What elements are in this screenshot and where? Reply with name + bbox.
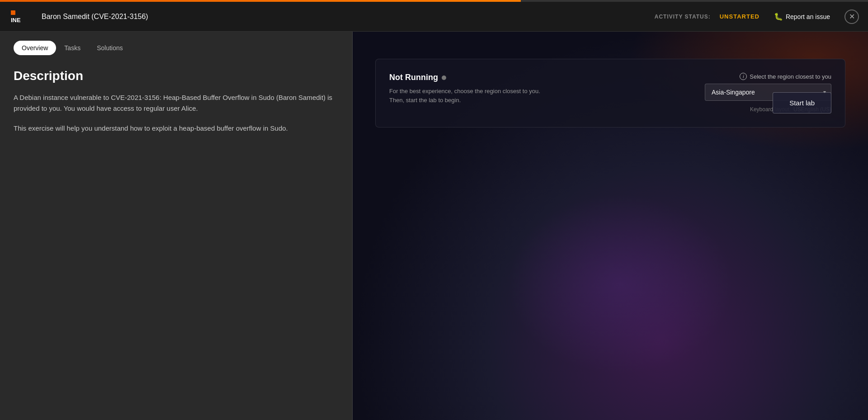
status-badge: UNSTARTED	[720, 13, 760, 20]
report-issue-label: Report an issue	[786, 13, 830, 20]
tab-tasks[interactable]: Tasks	[56, 41, 89, 55]
header: INE Baron Samedit (CVE-2021-3156) ACTIVI…	[0, 2, 868, 32]
activity-status-label: ACTIVITY STATUS:	[655, 14, 711, 20]
close-button[interactable]: ✕	[844, 9, 859, 24]
status-indicator-dot	[442, 76, 446, 80]
svg-text:INE: INE	[11, 17, 21, 24]
not-running-label: Not Running	[389, 73, 438, 82]
select-region-label: Select the region closest to you	[750, 73, 831, 80]
close-icon: ✕	[849, 12, 855, 21]
tab-overview[interactable]: Overview	[14, 41, 56, 55]
info-icon: i	[740, 73, 747, 80]
tab-solutions[interactable]: Solutions	[89, 41, 131, 55]
page-title: Baron Samedit (CVE-2021-3156)	[42, 13, 655, 21]
right-panel: Not Running For the best experience, cho…	[353, 32, 868, 420]
logo[interactable]: INE	[9, 9, 28, 25]
header-controls: ACTIVITY STATUS: UNSTARTED 🐛 Report an i…	[655, 9, 859, 24]
report-issue-button[interactable]: 🐛 Report an issue	[769, 9, 835, 24]
main-content: Overview Tasks Solutions Description A D…	[0, 32, 868, 420]
description-paragraph-2: This exercise will help you understand h…	[14, 123, 339, 134]
tab-bar: Overview Tasks Solutions	[14, 41, 339, 55]
lab-card: Not Running For the best experience, cho…	[375, 59, 845, 127]
start-lab-button[interactable]: Start lab	[773, 92, 831, 113]
left-panel: Overview Tasks Solutions Description A D…	[0, 32, 353, 420]
region-label: i Select the region closest to you	[740, 73, 831, 80]
bug-icon: 🐛	[774, 12, 783, 21]
description-heading: Description	[14, 69, 339, 83]
svg-rect-1	[11, 10, 15, 15]
description-paragraph-1: A Debian instance vulnerable to CVE-2021…	[14, 92, 339, 114]
